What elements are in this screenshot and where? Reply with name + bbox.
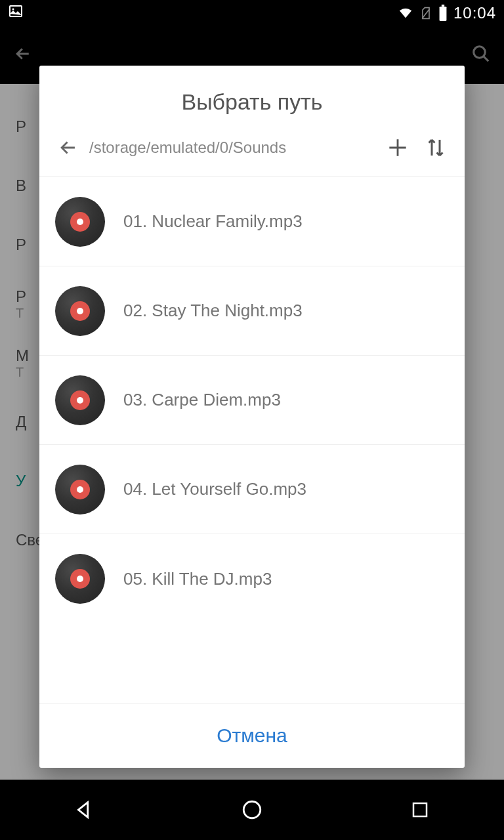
file-item[interactable]: 04. Let Yourself Go.mp3 bbox=[39, 445, 465, 534]
current-path: /storage/emulated/0/Sounds bbox=[89, 138, 377, 157]
file-item[interactable]: 02. Stay The Night.mp3 bbox=[39, 266, 465, 356]
vinyl-record-icon bbox=[55, 465, 105, 514]
svg-point-9 bbox=[243, 801, 261, 818]
file-item[interactable]: 03. Carpe Diem.mp3 bbox=[39, 356, 465, 445]
svg-point-1 bbox=[12, 9, 14, 10]
file-name: 02. Stay The Night.mp3 bbox=[123, 301, 303, 321]
sort-button[interactable] bbox=[419, 131, 453, 165]
svg-rect-3 bbox=[440, 7, 447, 21]
image-icon bbox=[8, 3, 24, 23]
wifi-icon bbox=[397, 6, 414, 20]
file-picker-dialog: Выбрать путь /storage/emulated/0/Sounds … bbox=[39, 66, 465, 768]
nav-home-button[interactable] bbox=[213, 790, 291, 830]
file-name: 04. Let Yourself Go.mp3 bbox=[123, 479, 306, 499]
vinyl-record-icon bbox=[55, 554, 105, 604]
dialog-title: Выбрать путь bbox=[39, 66, 465, 131]
status-time: 10:04 bbox=[453, 4, 496, 22]
file-name: 01. Nuclear Family.mp3 bbox=[123, 211, 303, 232]
svg-line-2 bbox=[422, 9, 430, 18]
add-button[interactable] bbox=[381, 131, 415, 165]
nav-recent-button[interactable] bbox=[381, 790, 459, 830]
file-item[interactable]: 05. Kill The DJ.mp3 bbox=[39, 534, 465, 623]
battery-icon bbox=[438, 5, 448, 22]
file-list[interactable]: 01. Nuclear Family.mp302. Stay The Night… bbox=[39, 177, 465, 703]
svg-rect-4 bbox=[442, 5, 444, 7]
svg-rect-10 bbox=[413, 803, 427, 816]
vinyl-record-icon bbox=[55, 286, 105, 336]
path-row: /storage/emulated/0/Sounds bbox=[39, 131, 465, 177]
vinyl-record-icon bbox=[55, 197, 105, 247]
file-name: 05. Kill The DJ.mp3 bbox=[123, 569, 272, 589]
cancel-button[interactable]: Отмена bbox=[217, 724, 287, 747]
up-button[interactable] bbox=[51, 131, 85, 165]
navigation-bar bbox=[0, 780, 504, 840]
nav-back-button[interactable] bbox=[45, 790, 123, 830]
vinyl-record-icon bbox=[55, 375, 105, 425]
status-bar: 10:04 bbox=[0, 0, 504, 26]
dialog-footer: Отмена bbox=[39, 703, 465, 768]
file-item[interactable]: 01. Nuclear Family.mp3 bbox=[39, 177, 465, 266]
sim-icon bbox=[419, 5, 432, 21]
file-name: 03. Carpe Diem.mp3 bbox=[123, 390, 281, 410]
